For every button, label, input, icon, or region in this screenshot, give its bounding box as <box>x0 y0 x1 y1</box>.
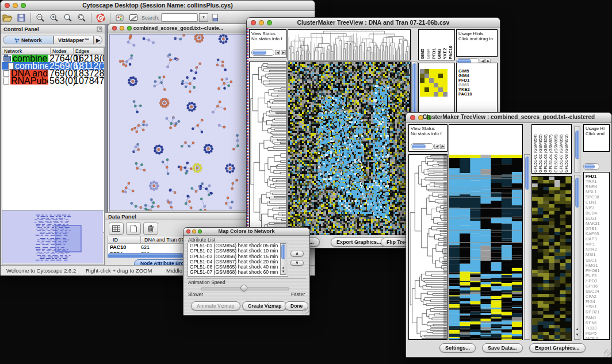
network-doc-icon <box>3 70 9 77</box>
gene-label: PUF3 <box>586 273 609 278</box>
resize-grip[interactable] <box>302 308 309 315</box>
tab-overflow-button[interactable]: ▶ <box>94 36 102 44</box>
network-overview-canvas[interactable] <box>2 210 103 263</box>
export-graphics-button[interactable]: Export Graphics... <box>529 343 586 352</box>
attribute-listbox[interactable]: GPL51-01 (GSM854) heat shock 05 minGPL51… <box>188 243 288 277</box>
treeview2-heatmap[interactable] <box>449 155 522 340</box>
treeview2-titlebar[interactable]: ClusterMaker TreeView : combined_scores_… <box>406 113 611 123</box>
treeview2-zoom-heatmap-panel <box>531 176 572 341</box>
animation-speed-label: Animation Speed <box>188 279 225 285</box>
network-window-title: combined_scores_good.txt--cluste... <box>108 25 248 31</box>
export-graphics-button[interactable]: Export Graphics... <box>331 237 387 247</box>
map-colors-dialog: Map Colors to Network Attribute List GPL… <box>183 227 310 316</box>
main-titlebar[interactable]: Cytoscape Desktop (Session Name: collins… <box>1 1 315 11</box>
data-panel-toolbar <box>109 223 160 235</box>
faster-label: Faster <box>291 292 305 297</box>
network-overview-panel[interactable] <box>2 210 105 265</box>
delete-attribute-trash-icon[interactable] <box>143 223 158 235</box>
treeview2-row-dendrogram[interactable] <box>408 154 447 340</box>
tab-network[interactable]: Network <box>3 36 53 44</box>
move-attribute-down-button[interactable]: ∨ <box>290 260 304 266</box>
array-column-label: GPL51-07 (GSM868) <box>559 125 563 173</box>
toolbar-separator <box>110 13 110 23</box>
treeview1-row-dendrogram[interactable] <box>249 62 286 235</box>
treeview2-usage-hints-panel: Usage HiClick and <box>583 124 610 152</box>
table-row-rnapuber[interactable]: RNAPuberNov2+l 563(0)107847(0) <box>2 77 104 85</box>
gene-label: NIS1 <box>586 205 609 210</box>
gene-label: CLN1 <box>586 200 609 205</box>
treeview2-window: ClusterMaker TreeView : combined_scores_… <box>406 112 612 358</box>
treeview1-column-labels: GIM5 GIM4 PFD1 GIM3 YKE2 PAC10 <box>418 29 455 60</box>
search-input[interactable] <box>161 13 198 22</box>
gene-label: PHO81 <box>586 268 609 273</box>
treeview1-zoom-matrix[interactable] <box>420 69 447 97</box>
treeview2-column-labels: GPL51-01 (GSM854)GPL51-02 (GSM855)GPL51-… <box>531 124 572 174</box>
help-lifesaver-icon[interactable] <box>94 12 107 23</box>
usage-hints-scrollbar[interactable] <box>583 163 599 170</box>
scroll-up-arrow[interactable]: ▲ <box>281 266 286 270</box>
dialog-titlebar[interactable]: Map Colors to Network <box>183 228 309 236</box>
treeview1-view-status-panel: View StatusNo status info f ◀▶ <box>249 29 286 58</box>
treeview2-zoom-heatmap[interactable] <box>532 177 571 340</box>
gene-label: BUD4 <box>586 210 609 216</box>
view-status-scrollbar[interactable]: ◀▶ <box>251 49 286 56</box>
main-window-title: Cytoscape Desktop (Session Name: collins… <box>1 2 315 9</box>
zoom-in-icon[interactable] <box>48 12 60 23</box>
gene-list-scrollbar[interactable]: ▲ ▼ <box>574 175 580 340</box>
float-panel-icon[interactable] <box>97 26 102 32</box>
animate-vizmap-button: Animate Vizmap <box>191 301 240 311</box>
view-status-scrollbar[interactable]: ◀▶ <box>411 143 445 150</box>
gene-label: SEC24 <box>586 289 609 294</box>
gene-label: HAP3 <box>586 236 609 242</box>
treeview2-gene-list[interactable]: PFD1 YRA1RNR4MSL1SPC98CLN1NIS1BUD4ELG1MA… <box>583 172 610 340</box>
tab-vizmapper[interactable]: VizMapper™ <box>53 36 94 44</box>
array-column-label: GPL51-06 (GSM865) <box>554 125 558 173</box>
gene-label: MSL1 <box>586 189 609 194</box>
search-dropdown-button[interactable]: ▼ <box>199 13 208 22</box>
network-canvas[interactable] <box>109 34 247 211</box>
gene-label: SEC1 <box>586 258 609 263</box>
scroll-up-arrow[interactable]: ▲ <box>575 327 580 331</box>
gene-label: NTR2 <box>586 247 609 252</box>
new-attribute-icon[interactable] <box>126 223 141 235</box>
resize-grip[interactable] <box>604 350 611 357</box>
gene-label: TCB3 <box>586 325 609 331</box>
treeview2-vscrollbar[interactable] <box>524 154 530 340</box>
zoom-fit-icon[interactable] <box>62 12 74 23</box>
annotation-icon[interactable] <box>127 12 140 23</box>
treeview1-heatmap[interactable] <box>288 62 411 235</box>
column-labels-scrollbar[interactable] <box>574 127 580 173</box>
desktop: Cytoscape Desktop (Session Name: collins… <box>0 0 612 364</box>
search-config-icon[interactable] <box>209 12 221 23</box>
zoom-selected-icon[interactable] <box>75 12 88 23</box>
save-data-button[interactable]: Save Data... <box>482 343 523 352</box>
animation-speed-slider-thumb[interactable] <box>240 285 247 292</box>
open-session-icon[interactable] <box>1 12 14 23</box>
status-zoom-hint: Right-click + drag to ZOOM <box>86 267 152 274</box>
plugin-icon[interactable] <box>113 12 126 23</box>
column-header-id[interactable]: ID <box>108 236 141 243</box>
gene-label: HRD3 <box>586 278 609 283</box>
scroll-down-arrow[interactable]: ▼ <box>575 333 580 337</box>
zoom-out-icon[interactable] <box>34 12 47 23</box>
array-column-label: GPL51-02 (GSM855) <box>538 125 542 173</box>
attribute-list-scrollbar[interactable]: ▲ ▼ <box>280 243 286 275</box>
treeview2-view-status-panel: View StatusNo status info f ◀▶ <box>408 124 447 152</box>
save-session-icon[interactable] <box>15 12 28 23</box>
gene-label: ELG1 <box>586 216 609 221</box>
create-vizmap-button[interactable]: Create Vizmap <box>242 301 287 311</box>
scroll-down-arrow[interactable]: ▼ <box>281 270 286 274</box>
control-panel: Control Panel Network VizMapper™ ▶ Netwo… <box>1 25 105 265</box>
treeview1-usage-hints-panel: Usage HintsClick and drag to <box>456 29 498 57</box>
attribute-list-item[interactable]: GPL51-07 (GSM868) heat shock 60 min <box>188 270 288 275</box>
attribute-table-icon[interactable] <box>109 223 124 235</box>
treeview1-column-dendrogram[interactable] <box>288 29 411 60</box>
array-column-label: GPL51-01 (GSM854) <box>533 125 537 173</box>
gene-label: MAK31 <box>586 221 609 226</box>
gene-label: PAN1 <box>586 315 609 320</box>
move-attribute-up-button[interactable]: ∧ <box>290 251 304 256</box>
treeview1-titlebar[interactable]: ClusterMaker TreeView : DNA and Tran 07-… <box>247 18 500 28</box>
settings-button[interactable]: Settings... <box>439 343 476 352</box>
gene-label: RNR4 <box>586 184 609 189</box>
gene-label: PEP5 <box>586 331 609 336</box>
